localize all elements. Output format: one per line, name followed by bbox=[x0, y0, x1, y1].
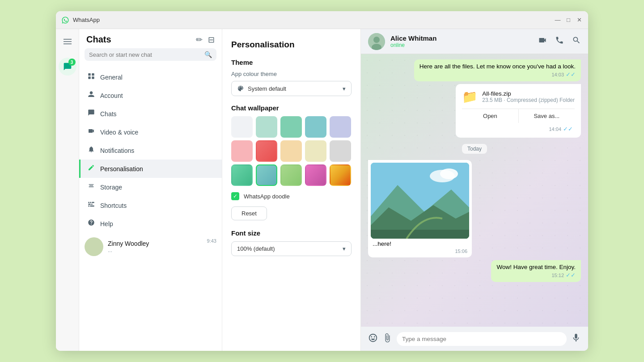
panel-title: Personalisation bbox=[231, 40, 352, 50]
message-row: 📁 All-files.zip 23.5 MB · Compressed (zi… bbox=[368, 84, 581, 138]
wallpaper-grid bbox=[231, 116, 352, 186]
nav-personalisation[interactable]: Personalisation bbox=[79, 160, 222, 178]
chat-list-icons: ✏ ⊟ bbox=[196, 35, 215, 45]
read-tick: ✓✓ bbox=[563, 126, 573, 132]
nav-personalisation-label: Personalisation bbox=[100, 165, 143, 173]
theme-dropdown[interactable]: System default ▾ bbox=[231, 81, 352, 96]
notifications-icon bbox=[88, 146, 95, 155]
svg-rect-3 bbox=[88, 73, 90, 76]
message-time: 15:12 bbox=[551, 273, 564, 278]
title-bar: WhatsApp — □ ✕ bbox=[56, 11, 588, 29]
wallpaper-swatch[interactable] bbox=[280, 140, 302, 162]
font-value: 100% (default) bbox=[237, 245, 275, 252]
wallpaper-swatch[interactable] bbox=[330, 164, 351, 186]
doodle-row: ✓ WhatsApp doodle bbox=[231, 192, 352, 200]
svg-rect-7 bbox=[88, 202, 89, 203]
file-details: All-files.zip 23.5 MB · Compressed (zipp… bbox=[482, 90, 575, 103]
storage-icon bbox=[88, 182, 95, 192]
maximize-button[interactable]: □ bbox=[565, 17, 572, 24]
font-dropdown[interactable]: 100% (default) ▾ bbox=[231, 241, 352, 256]
attach-button[interactable] bbox=[382, 333, 392, 345]
nav-account[interactable]: Account bbox=[79, 86, 222, 105]
wallpaper-swatch[interactable] bbox=[330, 116, 351, 138]
nav-shortcuts[interactable]: Shortcuts bbox=[79, 196, 222, 215]
close-button[interactable]: ✕ bbox=[576, 17, 583, 24]
chat-header-info: Alice Whitman online bbox=[390, 34, 533, 48]
svg-point-15 bbox=[373, 37, 380, 43]
message-time: 14:03 bbox=[551, 72, 564, 77]
main-layout: 3 Chats ✏ ⊟ 🔍 Ge bbox=[56, 29, 588, 351]
message-meta: 14:03 ✓✓ bbox=[419, 71, 576, 78]
minimize-button[interactable]: — bbox=[554, 17, 561, 24]
chat-image bbox=[371, 163, 469, 239]
doodle-label: WhatsApp doodle bbox=[244, 193, 290, 200]
filter-button[interactable]: ⊟ bbox=[208, 35, 215, 45]
nav-chats[interactable]: Chats bbox=[79, 105, 222, 123]
wallpaper-swatch[interactable] bbox=[231, 140, 253, 162]
svg-rect-0 bbox=[64, 39, 72, 40]
read-tick: ✓✓ bbox=[566, 71, 576, 78]
dropdown-left: System default bbox=[237, 85, 286, 92]
search-chat-button[interactable] bbox=[572, 36, 581, 47]
new-chat-button[interactable]: ✏ bbox=[196, 35, 203, 45]
nav-notifications[interactable]: Notifications bbox=[79, 141, 222, 160]
search-input[interactable] bbox=[89, 51, 204, 58]
nav-storage-label: Storage bbox=[100, 184, 122, 191]
wallpaper-swatch[interactable] bbox=[330, 140, 351, 162]
wallpaper-swatch[interactable] bbox=[280, 116, 302, 138]
emoji-button[interactable] bbox=[368, 333, 378, 345]
wallpaper-swatch[interactable] bbox=[256, 140, 277, 162]
nav-general-label: General bbox=[100, 74, 123, 81]
sidebar-icons: 3 bbox=[56, 29, 79, 351]
theme-section-title: Theme bbox=[231, 59, 352, 66]
save-file-button[interactable]: Save as... bbox=[519, 109, 575, 123]
voice-call-button[interactable] bbox=[555, 36, 564, 47]
svg-rect-6 bbox=[92, 76, 94, 79]
chats-sidebar-button[interactable]: 3 bbox=[59, 58, 76, 76]
reset-button[interactable]: Reset bbox=[231, 206, 267, 220]
message-row: Here are all the files. Let me know once… bbox=[368, 59, 581, 81]
search-bar: 🔍 bbox=[85, 48, 216, 61]
avatar bbox=[85, 237, 103, 256]
wallpaper-swatch[interactable] bbox=[305, 140, 326, 162]
message-input[interactable] bbox=[397, 332, 567, 346]
svg-rect-10 bbox=[88, 204, 90, 205]
nav-storage[interactable]: Storage bbox=[79, 178, 222, 196]
app-logo bbox=[61, 16, 69, 24]
menu-button[interactable] bbox=[59, 33, 76, 51]
svg-rect-11 bbox=[91, 204, 93, 205]
wallpaper-section-title: Chat wallpaper bbox=[231, 104, 352, 112]
nav-video-voice[interactable]: Video & voice bbox=[79, 123, 222, 141]
svg-point-19 bbox=[440, 168, 458, 179]
personalisation-panel: Personalisation Theme App colour theme S… bbox=[222, 29, 361, 351]
doodle-checkbox[interactable]: ✓ bbox=[231, 192, 239, 200]
nav-help[interactable]: Help bbox=[79, 215, 222, 233]
chat-header: Alice Whitman online bbox=[361, 29, 588, 54]
contact-name: Zinny Woodley bbox=[108, 240, 203, 247]
chat-list-header: Chats ✏ ⊟ bbox=[79, 29, 222, 48]
video-call-button[interactable] bbox=[538, 36, 547, 47]
chat-info: Zinny Woodley ... bbox=[108, 240, 203, 253]
list-item[interactable]: Zinny Woodley ... 9:43 bbox=[79, 233, 222, 261]
open-file-button[interactable]: Open bbox=[462, 109, 518, 123]
nav-general[interactable]: General bbox=[79, 68, 222, 86]
chat-badge: 3 bbox=[68, 59, 76, 66]
message-meta: 14:04 ✓✓ bbox=[462, 126, 575, 132]
wallpaper-swatch[interactable] bbox=[256, 116, 277, 138]
file-meta: 23.5 MB · Compressed (zipped) Folder bbox=[482, 97, 575, 103]
wallpaper-swatch-selected[interactable] bbox=[256, 164, 277, 186]
title-bar-label: WhatsApp bbox=[73, 17, 554, 23]
nav-account-label: Account bbox=[100, 92, 123, 99]
wallpaper-swatch[interactable] bbox=[231, 116, 253, 138]
personalisation-icon bbox=[88, 164, 95, 173]
app-colour-label: App colour theme bbox=[231, 71, 352, 77]
wallpaper-swatch[interactable] bbox=[305, 164, 326, 186]
app-window: WhatsApp — □ ✕ 3 Chats ✏ ⊟ bbox=[56, 11, 588, 351]
chat-list-panel: Chats ✏ ⊟ 🔍 General bbox=[79, 29, 222, 351]
mic-button[interactable] bbox=[571, 333, 581, 345]
window-controls: — □ ✕ bbox=[554, 17, 583, 24]
wallpaper-swatch[interactable] bbox=[280, 164, 302, 186]
wallpaper-swatch[interactable] bbox=[231, 164, 253, 186]
read-tick: ✓✓ bbox=[566, 272, 576, 278]
wallpaper-swatch[interactable] bbox=[305, 116, 326, 138]
